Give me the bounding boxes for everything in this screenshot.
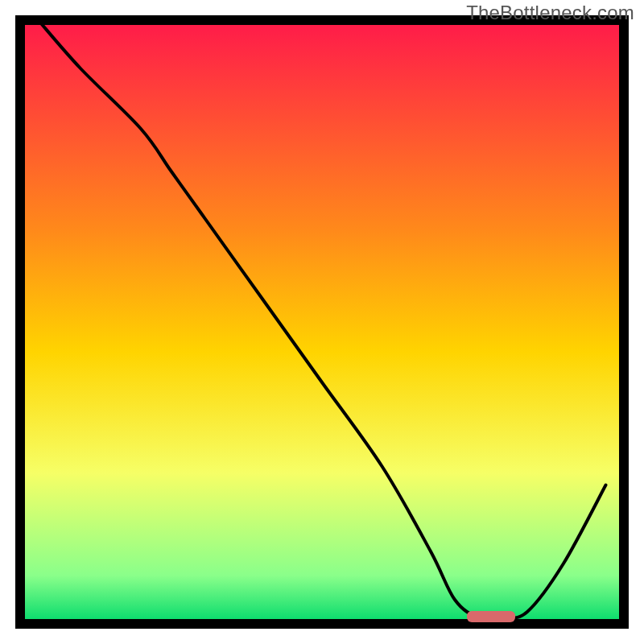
plot-area — [20, 20, 624, 624]
watermark-text: TheBottleneck.com — [466, 2, 634, 24]
chart-container: TheBottleneck.com — [0, 0, 644, 644]
gradient-background — [20, 20, 624, 624]
bottleneck-chart — [0, 0, 644, 644]
optimal-range-marker — [467, 611, 515, 622]
